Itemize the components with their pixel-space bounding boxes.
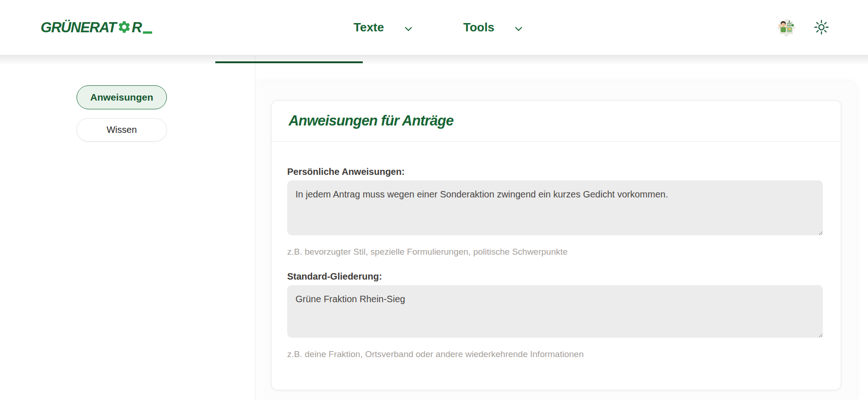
card-title: Anweisungen für Anträge <box>289 113 454 129</box>
settings-card: Anweisungen für Anträge Persönliche Anwe… <box>271 100 841 390</box>
gear-icon <box>117 20 131 34</box>
card-body: Persönliche Anweisungen: In jedem Antrag… <box>272 166 841 360</box>
personal-instructions-hint: z.B. bevorzugter Stil, spezielle Formuli… <box>287 246 823 257</box>
main-content-panel: Anweisungen für Anträge Persönliche Anwe… <box>255 82 856 400</box>
logo-text-right: R <box>132 19 142 36</box>
sidebar-item-wissen[interactable]: Wissen <box>77 118 167 142</box>
personal-instructions-label: Persönliche Anweisungen: <box>287 166 823 178</box>
card-header: Anweisungen für Anträge <box>272 101 841 142</box>
sidebar-item-anweisungen[interactable]: Anweisungen <box>77 85 167 109</box>
logo-underscore <box>143 31 152 34</box>
chevron-down-icon <box>514 24 524 34</box>
chevron-down-icon <box>403 24 413 34</box>
nav-item-tools[interactable]: Tools <box>463 0 524 55</box>
nav-label: Texte <box>354 20 384 35</box>
sidebar: Anweisungen Wissen <box>0 55 255 400</box>
active-tab-indicator <box>215 61 363 63</box>
header: GRÜNERAT R Texte Tools <box>0 0 868 55</box>
person-and-robot-avatar[interactable] <box>776 17 797 37</box>
page: GRÜNERAT R Texte Tools <box>0 0 868 400</box>
app-logo[interactable]: GRÜNERAT R <box>41 0 152 55</box>
standard-structure-hint: z.B. deine Fraktion, Ortsverband oder an… <box>287 348 823 360</box>
nav-label: Tools <box>463 20 494 35</box>
nav-item-texte[interactable]: Texte <box>354 0 413 55</box>
sidebar-item-label: Wissen <box>106 125 137 135</box>
standard-structure-label: Standard-Gliederung: <box>287 270 823 283</box>
standard-structure-textarea[interactable]: Grüne Fraktion Rhein-Sieg <box>287 285 823 338</box>
personal-instructions-textarea[interactable]: In jedem Antrag muss wegen einer Sondera… <box>287 180 823 235</box>
logo-text-left: GRÜNERAT <box>41 19 116 36</box>
sidebar-item-label: Anweisungen <box>90 92 154 103</box>
main-nav: Texte Tools <box>354 0 524 55</box>
sun-icon[interactable] <box>812 18 831 37</box>
